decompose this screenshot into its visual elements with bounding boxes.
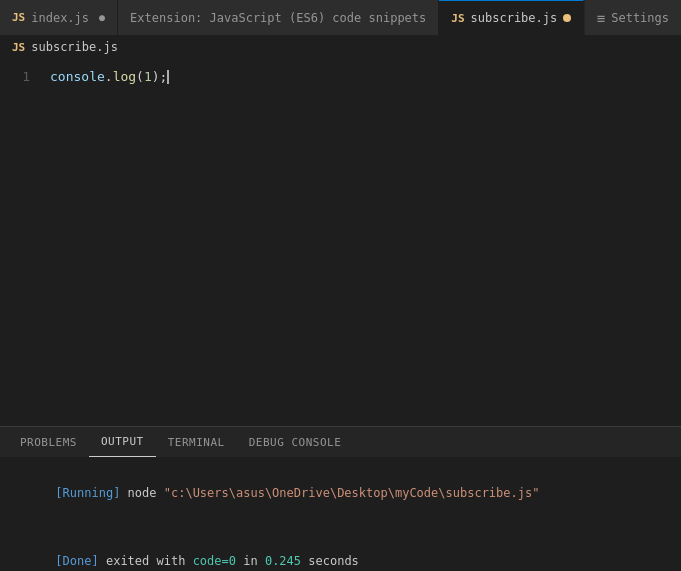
output-code-value: code=0 xyxy=(193,554,236,568)
output-done-line: [Done] exited with code=0 in 0.245 secon… xyxy=(12,531,669,571)
output-seconds-value: 0.245 xyxy=(265,554,301,568)
code-number-val: 1 xyxy=(144,69,152,84)
tab-type-label: JS xyxy=(12,11,25,24)
settings-label: Settings xyxy=(611,11,669,25)
output-exited-text: exited with xyxy=(99,554,193,568)
panel-tab-output[interactable]: OUTPUT xyxy=(89,427,156,457)
settings-icon: ≡ xyxy=(597,10,605,26)
panel-tab-bar: PROBLEMS OUTPUT TERMINAL DEBUG CONSOLE xyxy=(0,427,681,457)
cursor xyxy=(167,70,169,84)
panel-output-content: [Running] node "c:\Users\asus\OneDrive\D… xyxy=(0,457,681,571)
code-open-paren: ( xyxy=(136,69,144,84)
panel-tab-problems[interactable]: PROBLEMS xyxy=(8,427,89,457)
output-cmd: node xyxy=(120,486,163,500)
tab-index-js[interactable]: JS index.js ● xyxy=(0,0,118,35)
breadcrumb: JS subscribe.js xyxy=(0,35,681,59)
tab-extension[interactable]: Extension: JavaScript (ES6) code snippet… xyxy=(118,0,439,35)
code-dot: . xyxy=(105,69,113,84)
output-running-badge: [Running] xyxy=(55,486,120,500)
breadcrumb-type: JS xyxy=(12,41,25,54)
code-method-name: log xyxy=(113,69,136,84)
tab-bar: JS index.js ● Extension: JavaScript (ES6… xyxy=(0,0,681,35)
panel-tab-debug-console[interactable]: DEBUG CONSOLE xyxy=(237,427,354,457)
output-path: "c:\Users\asus\OneDrive\Desktop\myCode\s… xyxy=(164,486,540,500)
tab-subscribe-js[interactable]: JS subscribe.js xyxy=(439,0,584,35)
line-number: 1 xyxy=(0,67,50,87)
code-text: console.log(1); xyxy=(50,67,169,87)
tab-filename: Extension: JavaScript (ES6) code snippet… xyxy=(130,11,426,25)
output-seconds-text: seconds xyxy=(301,554,359,568)
unsaved-dot xyxy=(563,14,571,22)
output-spacer xyxy=(12,523,669,531)
output-done-badge: [Done] xyxy=(55,554,98,568)
output-running-line: [Running] node "c:\Users\asus\OneDrive\D… xyxy=(12,463,669,523)
editor-area[interactable]: 1 console.log(1); xyxy=(0,59,681,426)
panel: PROBLEMS OUTPUT TERMINAL DEBUG CONSOLE [… xyxy=(0,426,681,571)
tab-settings[interactable]: ≡ Settings xyxy=(585,0,681,35)
tab-filename: index.js xyxy=(31,11,89,25)
breadcrumb-filename: subscribe.js xyxy=(31,40,118,54)
code-line-1: 1 console.log(1); xyxy=(0,67,681,87)
tab-type-label: JS xyxy=(451,12,464,25)
panel-tab-terminal[interactable]: TERMINAL xyxy=(156,427,237,457)
code-close-paren: ); xyxy=(152,69,168,84)
tab-close-icon[interactable]: ● xyxy=(99,12,105,23)
tab-filename: subscribe.js xyxy=(471,11,558,25)
output-in-text: in xyxy=(236,554,265,568)
code-object: console xyxy=(50,69,105,84)
